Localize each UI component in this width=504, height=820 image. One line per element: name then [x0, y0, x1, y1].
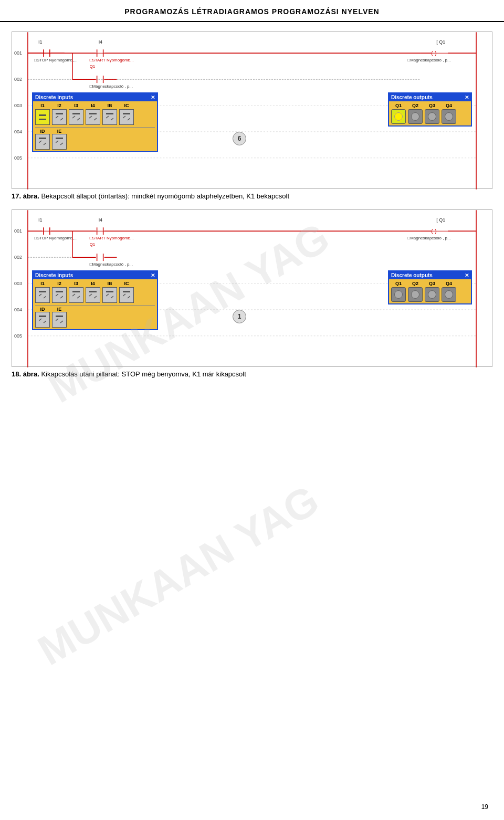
svg-text:□START Nyomógomb...: □START Nyomógomb...: [90, 58, 134, 62]
svg-line-96: [106, 294, 109, 296]
switch-i1[interactable]: [35, 109, 50, 125]
inputs-row2-18: ID IE: [35, 305, 155, 312]
svg-line-103: [60, 321, 63, 323]
svg-line-88: [39, 294, 41, 296]
svg-line-48: [39, 141, 41, 143]
svg-line-93: [77, 296, 80, 298]
svg-line-100: [39, 319, 41, 321]
discrete-inputs-title-fig17: Discrete inputs ✕: [33, 93, 157, 101]
switch-ic[interactable]: [119, 109, 134, 125]
svg-text:Q1: Q1: [90, 64, 96, 69]
svg-line-95: [94, 296, 97, 298]
svg-line-91: [60, 296, 63, 298]
outputs-header-row: Q1 Q2 Q3 Q4: [391, 103, 469, 108]
svg-text:005: 005: [14, 155, 22, 161]
svg-line-102: [56, 319, 58, 321]
svg-line-94: [89, 294, 92, 296]
svg-text:( ): ( ): [431, 50, 436, 56]
svg-text:□Mágneskapcsoló , p...: □Mágneskapcsoló , p...: [407, 236, 450, 240]
svg-text:004: 004: [14, 307, 22, 312]
svg-text:005: 005: [14, 333, 22, 339]
page-title: PROGRAMOZÁS LÉTRADIAGRAMOS PROGRAMOZÁSI …: [0, 0, 504, 22]
svg-text:□STOP Nyomógomb,...: □STOP Nyomógomb,...: [34, 58, 77, 62]
svg-line-39: [60, 118, 63, 120]
figure17-caption: 17. ábra. Bekapcsolt állapot (öntartás):…: [12, 192, 492, 200]
switch-ic-18[interactable]: [119, 287, 134, 303]
badge-6: 6: [233, 132, 246, 145]
watermark2: MUNKAAN YAG: [30, 476, 327, 675]
inputs-row2: ID IE: [35, 127, 155, 134]
svg-text:[ Q1: [ Q1: [436, 39, 445, 45]
switch-ie[interactable]: [52, 134, 67, 150]
panel-close-icon4[interactable]: ✕: [465, 272, 469, 278]
outputs-lamps-row-18: [391, 287, 469, 302]
inputs-switches-row2: [35, 134, 155, 150]
svg-line-49: [44, 143, 46, 145]
svg-line-90: [56, 294, 58, 296]
svg-text:Q1: Q1: [90, 242, 96, 247]
inputs-header-row: I1 I2 I3 I4 IB IC: [35, 103, 155, 108]
panel-close-icon2[interactable]: ✕: [465, 94, 469, 100]
svg-text:001: 001: [14, 50, 22, 56]
figure17-ladder: I1 I4 [ Q1 ( ) □STOP Nyomógomb,... □STAR…: [12, 31, 492, 189]
svg-line-42: [89, 116, 92, 118]
switch-i2-18[interactable]: [52, 287, 67, 303]
lamp-q3[interactable]: [425, 109, 439, 124]
switch-i1-18[interactable]: [35, 287, 50, 303]
svg-text:003: 003: [14, 103, 22, 108]
lamp-q4[interactable]: [442, 109, 456, 124]
lamp-q4-18[interactable]: [442, 287, 456, 302]
badge-1: 1: [233, 310, 246, 323]
svg-line-97: [111, 296, 113, 298]
svg-text:003: 003: [14, 281, 22, 286]
svg-line-40: [72, 116, 75, 118]
discrete-inputs-fig17: Discrete inputs ✕ I1 I2 I3 I4 IB IC: [32, 92, 158, 152]
svg-text:□START Nyomógomb...: □START Nyomógomb...: [90, 236, 134, 240]
svg-line-45: [111, 118, 113, 120]
svg-line-98: [123, 294, 125, 296]
page-number: 19: [481, 803, 488, 811]
switch-i4-18[interactable]: [86, 287, 100, 303]
lamp-q2-18[interactable]: [408, 287, 423, 302]
switch-i2[interactable]: [52, 109, 67, 125]
svg-text:I1: I1: [38, 217, 42, 223]
switch-i3[interactable]: [69, 109, 83, 125]
switch-ib-18[interactable]: [102, 287, 117, 303]
svg-line-50: [56, 141, 58, 143]
svg-text:□Mágneskapcsoló , p...: □Mágneskapcsoló , p...: [407, 58, 450, 62]
lamp-q1-18[interactable]: [391, 287, 406, 302]
switch-id-18[interactable]: [35, 312, 50, 328]
switch-i3-18[interactable]: [69, 287, 83, 303]
svg-line-43: [94, 118, 97, 120]
inputs-switches-row2-18: [35, 312, 155, 328]
svg-text:004: 004: [14, 129, 22, 134]
switch-id[interactable]: [35, 134, 50, 150]
panel-close-icon[interactable]: ✕: [151, 94, 155, 100]
discrete-outputs-fig17: Discrete outputs ✕ Q1 Q2 Q3 Q4: [388, 92, 472, 127]
lamp-q2[interactable]: [408, 109, 423, 124]
switch-ib[interactable]: [102, 109, 117, 125]
lamp-q1[interactable]: [391, 109, 406, 124]
switch-ie-18[interactable]: [52, 312, 67, 328]
discrete-outputs-title-fig17: Discrete outputs ✕: [389, 93, 471, 101]
lamp-q3-18[interactable]: [425, 287, 439, 302]
svg-line-47: [128, 118, 130, 120]
figure18-caption: 18. ábra. Kikapcsolás utáni pillanat: ST…: [12, 370, 492, 378]
discrete-outputs-title-fig18: Discrete outputs ✕: [389, 271, 471, 279]
svg-line-41: [77, 118, 80, 120]
svg-text:□STOP Nyomógomb,...: □STOP Nyomógomb,...: [34, 236, 77, 240]
figure18-ladder: I1 I4 [ Q1 ( ) □STOP Nyomógomb,... □STAR…: [12, 209, 492, 367]
switch-i4[interactable]: [86, 109, 100, 125]
inputs-switches-row1-18: [35, 287, 155, 303]
svg-line-101: [44, 321, 46, 323]
panel-close-icon3[interactable]: ✕: [151, 272, 155, 278]
outputs-header-row-18: Q1 Q2 Q3 Q4: [391, 281, 469, 286]
outputs-lamps-row: [391, 109, 469, 124]
svg-text:( ): ( ): [431, 228, 436, 234]
svg-line-38: [56, 116, 58, 118]
svg-text:002: 002: [14, 255, 22, 260]
discrete-inputs-title-fig18: Discrete inputs ✕: [33, 271, 157, 279]
svg-line-44: [106, 116, 109, 118]
svg-line-99: [128, 296, 130, 298]
svg-text:I4: I4: [99, 217, 102, 223]
